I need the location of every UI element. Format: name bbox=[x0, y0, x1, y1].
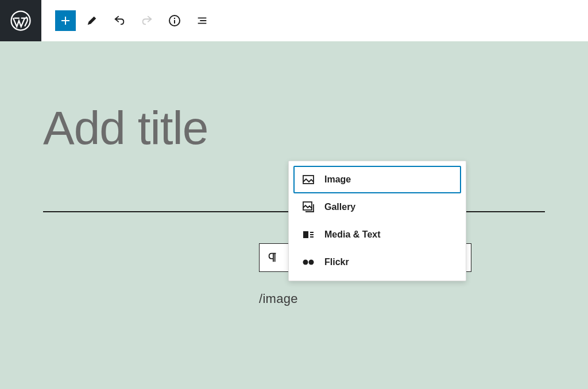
redo-button[interactable] bbox=[136, 9, 158, 32]
svg-point-2 bbox=[174, 18, 175, 19]
slash-command-text[interactable]: /image bbox=[259, 291, 298, 306]
pencil-icon bbox=[86, 14, 98, 27]
inserter-item-label: Media & Text bbox=[324, 229, 381, 240]
wordpress-icon bbox=[10, 10, 31, 31]
editor-toolbar bbox=[0, 0, 588, 41]
wordpress-logo[interactable] bbox=[0, 0, 41, 41]
media-text-icon bbox=[301, 228, 315, 242]
add-block-button[interactable] bbox=[55, 10, 76, 31]
list-view-button[interactable] bbox=[191, 9, 214, 32]
undo-button[interactable] bbox=[108, 9, 131, 32]
paragraph-icon bbox=[266, 251, 279, 264]
edit-mode-button[interactable] bbox=[80, 9, 103, 32]
flickr-icon bbox=[301, 255, 315, 269]
inserter-item-label: Image bbox=[324, 174, 351, 185]
inserter-item-label: Flickr bbox=[324, 257, 349, 267]
block-inserter-popup: Image Gallery Media & Text Flickr bbox=[288, 161, 466, 281]
plus-icon bbox=[59, 14, 72, 28]
inserter-item-label: Gallery bbox=[324, 202, 355, 212]
inserter-item-gallery[interactable]: Gallery bbox=[293, 193, 461, 221]
inserter-item-image[interactable]: Image bbox=[293, 166, 461, 193]
svg-point-7 bbox=[309, 260, 314, 265]
toolbar-buttons bbox=[41, 9, 214, 32]
svg-point-6 bbox=[303, 260, 308, 265]
gallery-icon bbox=[301, 200, 315, 214]
inserter-item-flickr[interactable]: Flickr bbox=[293, 248, 461, 276]
info-icon bbox=[168, 14, 181, 28]
svg-rect-3 bbox=[303, 176, 314, 184]
outline-icon bbox=[196, 14, 208, 27]
redo-icon bbox=[141, 14, 153, 27]
image-icon bbox=[301, 173, 315, 186]
post-title-input[interactable]: Add title bbox=[43, 104, 545, 151]
inserter-item-media-text[interactable]: Media & Text bbox=[293, 221, 461, 248]
undo-icon bbox=[113, 14, 126, 27]
svg-rect-5 bbox=[303, 231, 308, 238]
info-button[interactable] bbox=[163, 9, 186, 32]
